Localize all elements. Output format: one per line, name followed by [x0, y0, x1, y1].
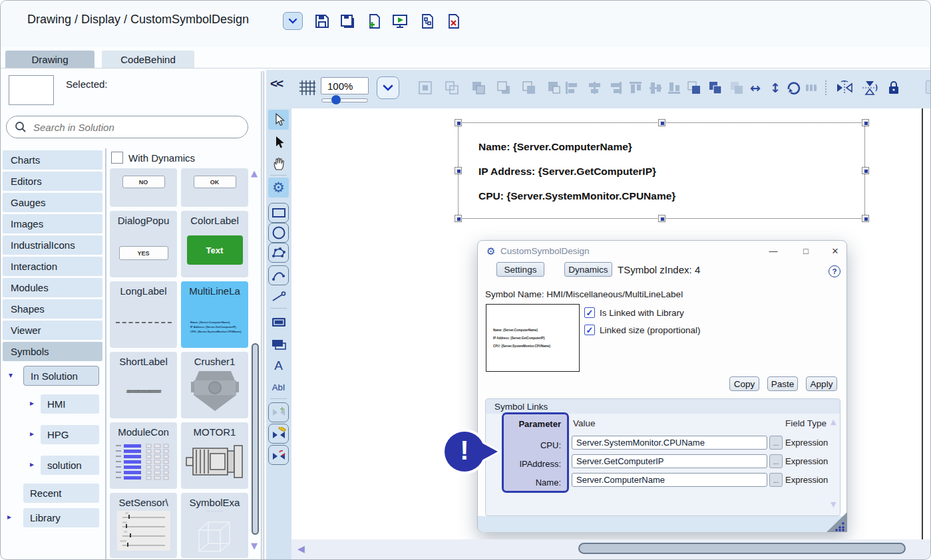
ellipse-tool[interactable] [268, 223, 289, 243]
tree-item-hmi[interactable]: HMI [41, 394, 99, 414]
run-display-button[interactable] [391, 12, 409, 30]
symbol-tile-symbolexa[interactable]: SymbolExa ···· ······ ······· [181, 493, 248, 558]
symbol-tile-crusher[interactable]: Crusher1 [181, 352, 248, 418]
resize-height-button[interactable]: ↕ [767, 79, 784, 96]
rotate-button[interactable] [784, 79, 801, 96]
category-charts[interactable]: Charts [3, 150, 102, 170]
with-dynamics-checkbox[interactable] [111, 152, 123, 164]
flip-vertical-button[interactable] [861, 79, 878, 96]
align-bottom-button[interactable] [665, 79, 683, 96]
same-size-button[interactable] [685, 79, 703, 96]
category-images[interactable]: Images [3, 214, 102, 233]
tree-collapsed-icon[interactable]: ▸ [30, 398, 34, 408]
display-structure-button[interactable] [419, 12, 437, 30]
category-modules[interactable]: Modules [3, 278, 102, 297]
zoom-slider-handle[interactable] [331, 95, 341, 104]
grid-scrollbar-thumb[interactable] [252, 343, 259, 535]
bring-forward-button[interactable] [520, 79, 538, 96]
align-top-button[interactable] [627, 79, 644, 96]
send-to-back-button[interactable] [495, 79, 512, 96]
apply-button[interactable]: Apply [806, 376, 837, 391]
collapse-panel-button[interactable]: << [270, 76, 282, 91]
resize-handle-s[interactable] [658, 215, 665, 222]
frame-tool[interactable] [268, 312, 289, 332]
save-all-button[interactable] [338, 12, 356, 30]
text-tool[interactable]: A [268, 356, 289, 376]
paste-button[interactable]: Paste [767, 376, 798, 391]
browse-button[interactable]: ... [769, 473, 783, 487]
dynamics-tool[interactable]: ⚙ [268, 178, 289, 198]
left-panel-scrollbar[interactable] [261, 71, 264, 560]
align-left-button[interactable] [563, 79, 580, 96]
scroll-left-icon[interactable]: ◀ [297, 543, 305, 554]
symbol-tile-motor[interactable]: MOTOR1 [181, 422, 248, 489]
browse-button[interactable]: ... [769, 436, 783, 450]
rectangle-tool[interactable] [268, 203, 289, 223]
symbol-tile-colorlabel[interactable]: ColorLabel Text [181, 211, 248, 277]
dialog-tab-dynamics[interactable]: Dynamics [564, 262, 612, 277]
tab-drawing[interactable]: Drawing [5, 51, 94, 68]
symbol-tile-modulecon[interactable]: ModuleCon [110, 422, 177, 489]
tab-codebehind[interactable]: CodeBehind [102, 51, 194, 68]
link-value-input-name[interactable] [572, 473, 767, 487]
tree-collapsed-icon[interactable]: ▸ [7, 512, 11, 521]
tree-item-solution[interactable]: solution [41, 456, 99, 475]
display-dropdown-button[interactable] [283, 12, 303, 30]
tree-expand-icon[interactable]: ▾ [9, 370, 13, 380]
symbol-tile-shortlabel[interactable]: ShortLabel ############### [110, 352, 177, 418]
resize-grip[interactable] [827, 512, 847, 532]
help-button[interactable]: ? [829, 265, 840, 277]
zoom-value-box[interactable]: 100% [321, 77, 369, 94]
resize-handle-w[interactable] [455, 167, 462, 174]
maximize-button[interactable]: □ [799, 244, 813, 257]
tree-item-library[interactable]: Library [23, 508, 99, 527]
pan-tool[interactable] [268, 154, 289, 174]
search-box[interactable] [6, 116, 248, 138]
resize-width-button[interactable]: ↔ [747, 79, 764, 96]
send-backward-button[interactable] [546, 79, 563, 96]
resize-handle-e[interactable] [862, 167, 869, 174]
link-value-input-ipaddress[interactable] [572, 454, 767, 468]
select-tool[interactable] [268, 110, 289, 130]
tree-collapsed-icon[interactable]: ▸ [30, 460, 34, 469]
curve-tool[interactable] [268, 265, 289, 285]
tree-item-recent[interactable]: Recent [23, 484, 99, 503]
close-button[interactable]: ✕ [829, 244, 842, 257]
resize-handle-se[interactable] [862, 215, 869, 222]
grid-scroll-up-icon[interactable]: ▲ [251, 168, 258, 178]
links-scroll-up-icon[interactable]: ▲ [831, 418, 836, 426]
add-symbol-tool[interactable] [268, 402, 289, 422]
bring-to-front-button[interactable] [470, 79, 487, 96]
category-interaction[interactable]: Interaction [3, 257, 102, 276]
polygon-tool[interactable] [268, 243, 289, 263]
close-display-button[interactable] [445, 12, 463, 30]
zoom-dropdown-button[interactable] [377, 76, 399, 99]
same-height-button[interactable] [728, 79, 745, 96]
symbol-tile-no[interactable]: NO [110, 168, 177, 207]
is-linked-checkbox[interactable]: ✓ [584, 307, 595, 318]
linked-size-checkbox[interactable]: ✓ [584, 325, 595, 335]
resize-handle-nw[interactable] [455, 119, 462, 126]
category-gauges[interactable]: Gauges [3, 193, 102, 212]
symbol-tile-longlabel[interactable]: LongLabel [110, 281, 177, 348]
textbox-tool[interactable]: AbI [268, 377, 289, 397]
zoom-slider-track[interactable] [321, 98, 368, 102]
symbol-tile-setsensor[interactable]: SetSensor\ ################ [110, 493, 177, 558]
category-viewer[interactable]: Viewer [3, 321, 102, 340]
tree-collapsed-icon[interactable]: ▸ [30, 429, 34, 438]
align-middle-button[interactable] [647, 79, 664, 96]
resize-handle-sw[interactable] [455, 215, 462, 222]
grid-scroll-down-icon[interactable]: ▼ [251, 541, 258, 551]
minimize-button[interactable]: — [767, 244, 780, 257]
same-width-button[interactable] [707, 79, 724, 96]
symbol-tile-ok[interactable]: OK [181, 168, 248, 207]
edit-symbol-tool[interactable] [268, 424, 289, 444]
new-display-button[interactable] [365, 12, 383, 30]
customsymboldesign-dialog[interactable]: ⚙ CustomSymbolDesign — □ ✕ Settings Dyna… [477, 240, 847, 532]
category-editors[interactable]: Editors [3, 172, 102, 191]
tree-item-in-solution[interactable]: In Solution [23, 366, 99, 386]
copy-button[interactable]: Copy [729, 376, 759, 391]
resize-handle-ne[interactable] [862, 119, 869, 126]
dialog-tab-settings[interactable]: Settings [496, 262, 544, 277]
flip-horizontal-button[interactable] [836, 79, 853, 96]
